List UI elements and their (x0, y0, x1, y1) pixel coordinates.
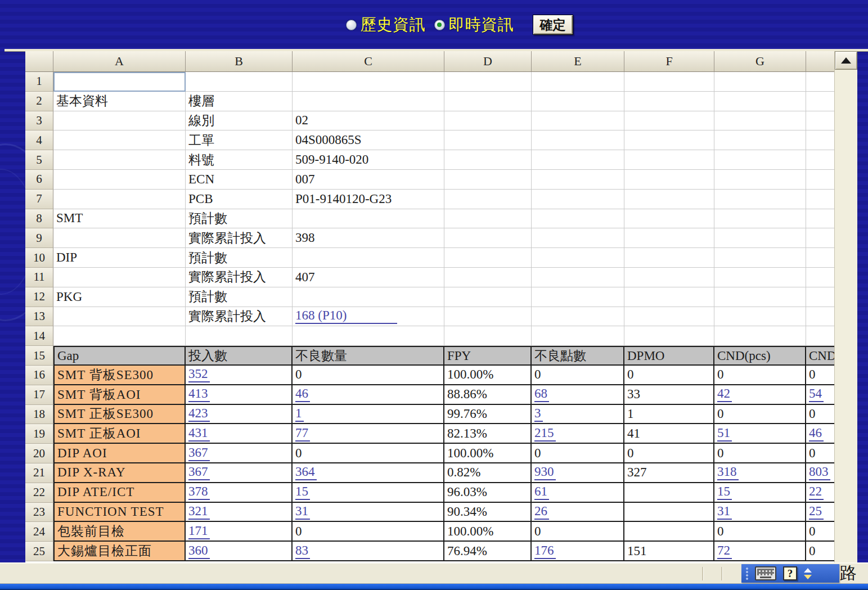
cell-B24[interactable]: 171 (186, 522, 293, 542)
row-header-24[interactable]: 24 (25, 522, 53, 542)
cell-link-G22[interactable]: 15 (717, 484, 732, 500)
cell-D13[interactable] (444, 307, 532, 327)
cell-D25[interactable]: 76.94% (444, 542, 532, 561)
row-header-5[interactable]: 5 (25, 150, 53, 170)
cell-B12[interactable]: 預計數 (186, 287, 293, 307)
cell-B14[interactable] (186, 326, 293, 346)
cell-A3[interactable] (53, 111, 186, 131)
cell-F25[interactable]: 151 (624, 542, 714, 561)
radio-realtime-info[interactable] (434, 20, 445, 30)
cell-G18[interactable]: 0 (714, 405, 806, 425)
cell-A23[interactable]: FUNCTION TEST (53, 503, 186, 523)
cell-B11[interactable]: 實際累計投入 (186, 268, 293, 287)
cell-F17[interactable]: 33 (624, 385, 714, 405)
cell-C23[interactable]: 31 (293, 503, 444, 523)
cell-G19[interactable]: 51 (714, 424, 806, 444)
scroll-up-button[interactable] (835, 51, 857, 70)
cell-B3[interactable]: 線別 (186, 111, 293, 131)
cell-link-B18[interactable]: 423 (188, 406, 210, 422)
cell-link-G17[interactable]: 42 (717, 386, 732, 402)
cell-E23[interactable]: 26 (532, 503, 624, 523)
cell-E3[interactable] (532, 111, 624, 131)
cell-F18[interactable]: 1 (624, 405, 714, 425)
cell-F21[interactable]: 327 (624, 463, 714, 483)
cell-F14[interactable] (624, 326, 714, 346)
cell-A2[interactable]: 基本資料 (53, 92, 186, 111)
cell-A4[interactable] (53, 130, 186, 150)
cell-B9[interactable]: 實際累計投入 (186, 228, 293, 248)
cell-B21[interactable]: 367 (186, 463, 293, 483)
cell-D1[interactable] (444, 72, 532, 92)
cell-G24[interactable]: 0 (714, 522, 806, 542)
cell-link-C19[interactable]: 77 (295, 426, 310, 442)
cell-E18[interactable]: 3 (532, 405, 624, 425)
cell-C6[interactable]: 007 (293, 170, 444, 190)
column-header-A[interactable]: A (53, 51, 186, 72)
cell-G23[interactable]: 31 (714, 503, 806, 523)
cell-F11[interactable] (624, 268, 714, 287)
cell-D9[interactable] (444, 228, 532, 248)
cell-A11[interactable] (53, 268, 186, 287)
cell-D24[interactable]: 100.00% (444, 522, 532, 542)
cell-G21[interactable]: 318 (714, 463, 806, 483)
cell-B23[interactable]: 321 (186, 503, 293, 523)
column-header-F[interactable]: F (624, 51, 714, 72)
cell-D22[interactable]: 96.03% (444, 483, 532, 503)
drag-handle[interactable] (746, 567, 748, 580)
cell-C2[interactable] (293, 92, 444, 111)
cell-C22[interactable]: 15 (293, 483, 444, 503)
cell-A19[interactable]: SMT 正板AOI (53, 424, 186, 444)
cell-link-B19[interactable]: 431 (188, 426, 210, 442)
column-header-G[interactable]: G (714, 51, 806, 72)
confirm-button[interactable]: 確定 (533, 15, 573, 35)
cell-D7[interactable] (444, 190, 532, 209)
cell-E7[interactable] (532, 190, 624, 209)
row-header-25[interactable]: 25 (25, 542, 53, 561)
cell-E12[interactable] (532, 287, 624, 307)
cell-A22[interactable]: DIP ATE/ICT (53, 483, 186, 503)
cell-F24[interactable] (624, 522, 714, 542)
cell-E20[interactable]: 0 (532, 444, 624, 463)
cell-C20[interactable]: 0 (293, 444, 444, 463)
row-header-8[interactable]: 8 (25, 209, 53, 229)
cell-C21[interactable]: 364 (293, 463, 444, 483)
cell-A1[interactable] (53, 72, 186, 92)
cell-A25[interactable]: 大錫爐目檢正面 (53, 542, 186, 561)
cell-G4[interactable] (714, 130, 806, 150)
cell-A9[interactable] (53, 228, 186, 248)
cell-F8[interactable] (624, 209, 714, 229)
cell-E13[interactable] (532, 307, 624, 327)
cell-D19[interactable]: 82.13% (444, 424, 532, 444)
row-header-3[interactable]: 3 (25, 111, 53, 131)
cell-link-H23[interactable]: 25 (809, 504, 824, 520)
cell-link-B20[interactable]: 367 (188, 445, 210, 461)
cell-C10[interactable] (293, 248, 444, 268)
cell-C9[interactable]: 398 (293, 228, 444, 248)
cell-B2[interactable]: 樓層 (186, 92, 293, 111)
cell-G14[interactable] (714, 326, 806, 346)
cell-link-E17[interactable]: 68 (534, 386, 549, 402)
cell-E10[interactable] (532, 248, 624, 268)
row-header-1[interactable]: 1 (25, 72, 53, 92)
cell-G10[interactable] (714, 248, 806, 268)
cell-B4[interactable]: 工單 (186, 130, 293, 150)
cell-link-C17[interactable]: 46 (295, 386, 310, 402)
cell-link-C25[interactable]: 83 (295, 543, 310, 559)
cell-A16[interactable]: SMT 背板SE300 (53, 366, 186, 385)
row-header-9[interactable]: 9 (25, 228, 53, 248)
cell-link-B17[interactable]: 413 (188, 386, 210, 402)
cell-F23[interactable] (624, 503, 714, 523)
cell-B16[interactable]: 352 (186, 366, 293, 385)
column-header-D[interactable]: D (444, 51, 532, 72)
cell-B7[interactable]: PCB (186, 190, 293, 209)
cell-G17[interactable]: 42 (714, 385, 806, 405)
cell-F6[interactable] (624, 170, 714, 190)
cell-G13[interactable] (714, 307, 806, 327)
cell-A20[interactable]: DIP AOI (53, 444, 186, 463)
cell-link-C23[interactable]: 31 (295, 504, 310, 520)
cell-B8[interactable]: 預計數 (186, 209, 293, 229)
cell-C5[interactable]: 509-9140-020 (293, 150, 444, 170)
cell-E6[interactable] (532, 170, 624, 190)
cell-G11[interactable] (714, 268, 806, 287)
cell-E11[interactable] (532, 268, 624, 287)
